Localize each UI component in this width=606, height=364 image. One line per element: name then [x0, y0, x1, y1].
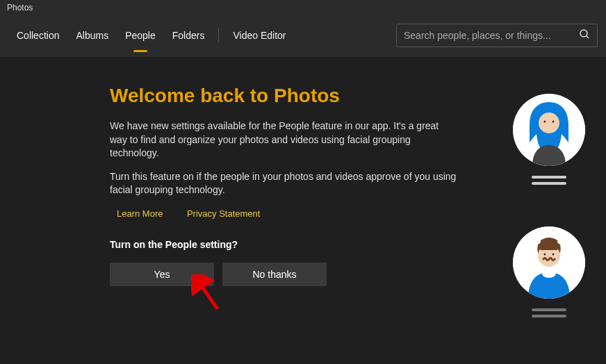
avatar-hijab	[513, 94, 585, 166]
app-header: Photos Collection Albums People Folders …	[0, 0, 606, 57]
search-icon[interactable]	[579, 28, 590, 42]
avatar-1-lines	[532, 176, 566, 185]
nav-albums[interactable]: Albums	[67, 26, 117, 45]
svg-point-8	[544, 254, 546, 256]
no-thanks-button[interactable]: No thanks	[222, 263, 327, 286]
prompt-question: Turn on the People setting?	[110, 239, 471, 250]
svg-point-5	[552, 121, 555, 123]
yes-button[interactable]: Yes	[110, 263, 214, 286]
avatar-block-2	[513, 226, 585, 317]
svg-point-10	[542, 270, 556, 278]
window-title: Photos	[0, 0, 606, 15]
search-box[interactable]	[396, 24, 598, 47]
nav-collection[interactable]: Collection	[8, 26, 67, 45]
intro-text-1: We have new settings available for the P…	[110, 119, 457, 160]
avatar-block-1	[513, 94, 585, 185]
nav-folders[interactable]: Folders	[164, 26, 213, 45]
intro-text-2: Turn this feature on if the people in yo…	[110, 170, 457, 197]
nav-divider	[218, 28, 219, 42]
button-row: Yes No thanks	[110, 263, 471, 286]
learn-more-link[interactable]: Learn More	[117, 208, 163, 219]
privacy-link[interactable]: Privacy Statement	[187, 208, 261, 219]
welcome-panel: Welcome back to Photos We have new setti…	[110, 85, 471, 286]
nav-video-editor[interactable]: Video Editor	[224, 26, 294, 45]
svg-point-9	[552, 254, 555, 256]
svg-point-0	[580, 30, 587, 37]
links-row: Learn More Privacy Statement	[117, 207, 471, 220]
search-input[interactable]	[404, 30, 579, 41]
page-title: Welcome back to Photos	[110, 85, 471, 107]
avatar-2-lines	[532, 308, 566, 317]
avatar-man	[513, 226, 585, 299]
svg-line-12	[199, 283, 218, 309]
svg-point-3	[539, 113, 559, 133]
nav-people[interactable]: People	[117, 26, 164, 45]
nav-bar: Collection Albums People Folders Video E…	[0, 15, 606, 56]
svg-point-4	[544, 121, 546, 123]
avatar-sidebar	[513, 94, 585, 317]
svg-line-1	[587, 36, 589, 38]
